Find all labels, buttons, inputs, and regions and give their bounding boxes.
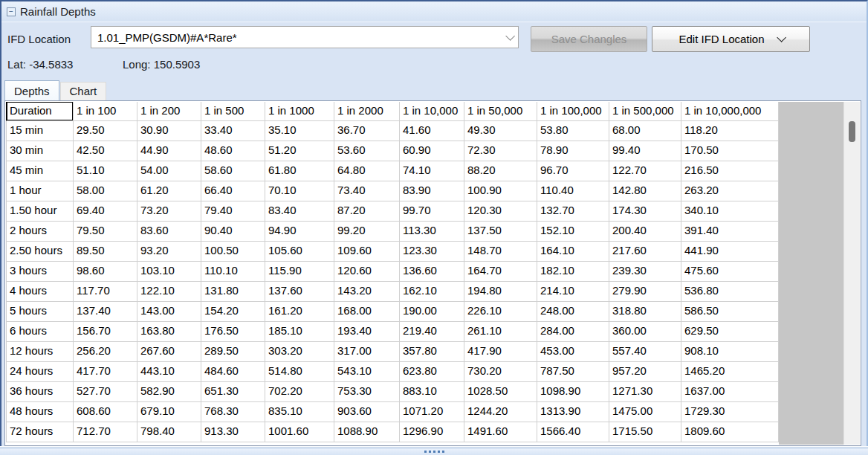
value-cell[interactable]: 1313.90	[537, 402, 609, 422]
duration-cell[interactable]: 4 hours	[6, 282, 74, 302]
value-cell[interactable]: 61.20	[137, 181, 201, 201]
value-cell[interactable]: 100.50	[201, 242, 265, 262]
value-cell[interactable]: 712.70	[74, 422, 137, 442]
value-cell[interactable]: 164.10	[537, 242, 609, 262]
value-cell[interactable]: 1637.00	[681, 382, 779, 402]
value-cell[interactable]: 42.50	[74, 141, 137, 161]
value-cell[interactable]: 248.00	[537, 302, 609, 322]
value-cell[interactable]: 1566.40	[537, 422, 609, 442]
save-changes-button[interactable]: Save Changles	[531, 26, 647, 52]
value-cell[interactable]: 142.80	[609, 181, 681, 201]
value-cell[interactable]: 53.60	[334, 141, 400, 161]
duration-cell[interactable]: 1.50 hour	[6, 201, 74, 222]
value-cell[interactable]: 100.90	[464, 181, 537, 201]
value-cell[interactable]: 99.40	[609, 141, 681, 161]
value-cell[interactable]: 957.20	[609, 362, 681, 382]
value-cell[interactable]: 284.00	[537, 322, 609, 342]
value-cell[interactable]: 417.70	[74, 362, 137, 382]
duration-cell[interactable]: 48 hours	[6, 402, 74, 422]
value-cell[interactable]: 226.10	[464, 302, 537, 322]
value-cell[interactable]: 156.70	[74, 322, 137, 342]
duration-cell[interactable]: 6 hours	[6, 322, 74, 342]
value-cell[interactable]: 53.80	[537, 121, 609, 141]
value-cell[interactable]: 1244.20	[464, 402, 537, 422]
value-cell[interactable]: 174.30	[609, 201, 681, 222]
value-cell[interactable]: 417.90	[464, 342, 537, 362]
value-cell[interactable]: 582.90	[137, 382, 201, 402]
value-cell[interactable]: 164.70	[464, 262, 537, 282]
value-cell[interactable]: 787.50	[537, 362, 609, 382]
value-cell[interactable]: 360.00	[609, 322, 681, 342]
value-cell[interactable]: 154.20	[201, 302, 265, 322]
value-cell[interactable]: 1028.50	[464, 382, 537, 402]
value-cell[interactable]: 908.10	[681, 342, 779, 362]
value-cell[interactable]: 66.40	[201, 181, 265, 201]
value-cell[interactable]: 110.10	[201, 262, 265, 282]
value-cell[interactable]: 79.40	[201, 201, 265, 222]
value-cell[interactable]: 93.20	[137, 242, 201, 262]
tab-chart[interactable]: Chart	[60, 82, 107, 100]
value-cell[interactable]: 69.40	[74, 201, 137, 222]
value-cell[interactable]: 753.30	[334, 382, 400, 402]
value-cell[interactable]: 536.80	[681, 282, 779, 302]
value-cell[interactable]: 70.10	[265, 181, 334, 201]
value-cell[interactable]: 143.20	[334, 282, 400, 302]
value-cell[interactable]: 289.50	[201, 342, 265, 362]
value-cell[interactable]: 261.10	[464, 322, 537, 342]
value-cell[interactable]: 123.30	[400, 242, 464, 262]
value-cell[interactable]: 557.40	[609, 342, 681, 362]
value-cell[interactable]: 256.20	[74, 342, 137, 362]
column-header[interactable]: 1 in 100	[74, 102, 137, 121]
value-cell[interactable]: 216.50	[681, 161, 779, 181]
duration-cell[interactable]: 5 hours	[6, 302, 74, 322]
value-cell[interactable]: 72.30	[464, 141, 537, 161]
value-cell[interactable]: 190.00	[400, 302, 464, 322]
value-cell[interactable]: 87.20	[334, 201, 400, 222]
value-cell[interactable]: 1729.30	[681, 402, 779, 422]
value-cell[interactable]: 83.60	[137, 222, 201, 242]
column-header[interactable]: 1 in 100,000	[537, 102, 609, 121]
value-cell[interactable]: 122.70	[609, 161, 681, 181]
value-cell[interactable]: 74.10	[400, 161, 464, 181]
value-cell[interactable]: 768.30	[201, 402, 265, 422]
value-cell[interactable]: 36.70	[334, 121, 400, 141]
value-cell[interactable]: 61.80	[265, 161, 334, 181]
value-cell[interactable]: 239.30	[609, 262, 681, 282]
column-header[interactable]: 1 in 50,000	[464, 102, 537, 121]
value-cell[interactable]: 122.10	[137, 282, 201, 302]
value-cell[interactable]: 137.60	[265, 282, 334, 302]
value-cell[interactable]: 33.40	[201, 121, 265, 141]
value-cell[interactable]: 162.10	[400, 282, 464, 302]
value-cell[interactable]: 115.90	[265, 262, 334, 282]
horizontal-splitter[interactable]	[0, 448, 868, 455]
value-cell[interactable]: 131.80	[201, 282, 265, 302]
value-cell[interactable]: 903.60	[334, 402, 400, 422]
value-cell[interactable]: 143.00	[137, 302, 201, 322]
value-cell[interactable]: 1071.20	[400, 402, 464, 422]
value-cell[interactable]: 148.70	[464, 242, 537, 262]
duration-cell[interactable]: 30 min	[6, 141, 74, 161]
value-cell[interactable]: 109.60	[334, 242, 400, 262]
column-header[interactable]: 1 in 1000	[265, 102, 334, 121]
value-cell[interactable]: 798.40	[137, 422, 201, 442]
value-cell[interactable]: 58.60	[201, 161, 265, 181]
value-cell[interactable]: 214.10	[537, 282, 609, 302]
value-cell[interactable]: 113.30	[400, 222, 464, 242]
value-cell[interactable]: 98.60	[74, 262, 137, 282]
value-cell[interactable]: 835.10	[265, 402, 334, 422]
column-header[interactable]: 1 in 2000	[334, 102, 400, 121]
value-cell[interactable]: 73.40	[334, 181, 400, 201]
value-cell[interactable]: 94.90	[265, 222, 334, 242]
value-cell[interactable]: 303.20	[265, 342, 334, 362]
value-cell[interactable]: 51.10	[74, 161, 137, 181]
value-cell[interactable]: 1001.60	[265, 422, 334, 442]
value-cell[interactable]: 1465.20	[681, 362, 779, 382]
column-header[interactable]: 1 in 10,000,000	[681, 102, 779, 121]
value-cell[interactable]: 730.20	[464, 362, 537, 382]
value-cell[interactable]: 35.10	[265, 121, 334, 141]
value-cell[interactable]: 267.60	[137, 342, 201, 362]
value-cell[interactable]: 182.10	[537, 262, 609, 282]
value-cell[interactable]: 193.40	[334, 322, 400, 342]
value-cell[interactable]: 527.70	[74, 382, 137, 402]
scrollbar-thumb[interactable]	[849, 121, 855, 142]
